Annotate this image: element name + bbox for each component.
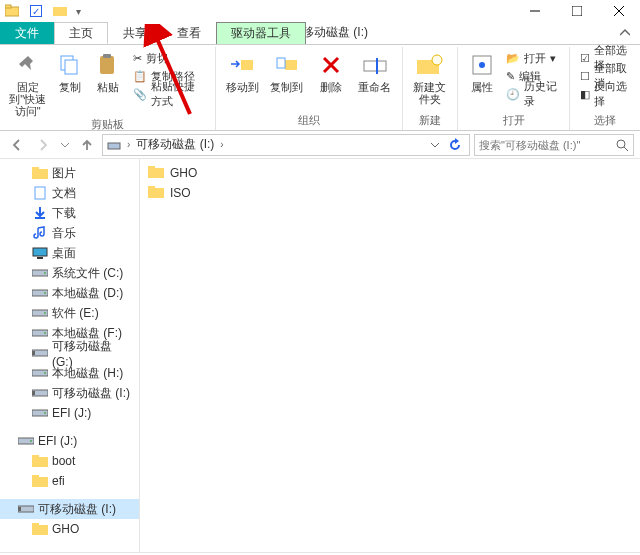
select-none-icon: ☐ (580, 70, 590, 83)
titlebar: ✓ ▾ (0, 0, 640, 22)
nav-forward-button[interactable] (32, 134, 54, 156)
download-icon (32, 206, 48, 220)
open-button[interactable]: 📂打开▾ (502, 49, 563, 67)
properties-button[interactable]: 属性 (464, 47, 501, 93)
tree-item-label: 可移动磁盘 (I:) (52, 385, 130, 402)
tree-item[interactable]: 桌面 (0, 243, 139, 263)
svg-rect-2 (53, 7, 67, 16)
tree-item[interactable]: EFI (J:) (0, 431, 139, 451)
svg-rect-22 (108, 143, 120, 149)
copyto-icon (273, 51, 301, 79)
address-bar[interactable]: › 可移动磁盘 (I:) › (102, 134, 470, 156)
tree-item[interactable]: 系统文件 (C:) (0, 263, 139, 283)
close-button[interactable] (598, 0, 640, 22)
shortcut-icon: 📎 (133, 88, 147, 101)
nav-tree[interactable]: 图片文档下载音乐桌面系统文件 (C:)本地磁盘 (D:)软件 (E:)本地磁盘 … (0, 159, 140, 552)
svg-rect-25 (32, 169, 48, 179)
chevron-right-icon[interactable]: › (220, 139, 223, 150)
pin-icon (14, 51, 42, 79)
music-icon (32, 226, 48, 240)
tree-item[interactable]: 下载 (0, 203, 139, 223)
svg-rect-50 (32, 455, 39, 458)
nav-up-button[interactable] (76, 134, 98, 156)
nav-recent-button[interactable] (58, 134, 72, 156)
tree-item[interactable]: 软件 (E:) (0, 303, 139, 323)
usb-icon (32, 346, 48, 360)
svg-rect-40 (32, 351, 35, 355)
chevron-right-icon[interactable]: › (127, 139, 130, 150)
delete-button[interactable]: 删除 (310, 47, 352, 93)
svg-rect-49 (32, 457, 48, 467)
copy-button[interactable]: 复制 (52, 47, 89, 93)
invert-selection-button[interactable]: ◧反向选择 (576, 85, 634, 103)
search-box[interactable] (474, 134, 634, 156)
move-to-button[interactable]: 移动到 (222, 47, 264, 93)
tab-home[interactable]: 主页 (54, 22, 108, 44)
ribbon-collapse-icon[interactable] (610, 22, 640, 44)
tree-item[interactable]: 可移动磁盘 (I:) (0, 383, 139, 403)
tree-item-label: 本地磁盘 (D:) (52, 285, 123, 302)
qat-checkbox-icon[interactable]: ✓ (28, 3, 44, 19)
svg-rect-56 (32, 523, 39, 526)
tab-file[interactable]: 文件 (0, 22, 54, 44)
history-button[interactable]: 🕘历史记录 (502, 85, 563, 103)
tree-item-label: 下载 (52, 205, 76, 222)
tree-item[interactable]: 图片 (0, 163, 139, 183)
refresh-button[interactable] (445, 134, 465, 156)
paste-button[interactable]: 粘贴 (90, 47, 127, 93)
select-all-icon: ☑ (580, 52, 590, 65)
new-folder-button[interactable]: 新建文件夹 (409, 47, 451, 105)
tab-share[interactable]: 共享 (108, 22, 162, 44)
tree-item[interactable]: EFI (J:) (0, 403, 139, 423)
tree-item[interactable]: 本地磁盘 (H:) (0, 363, 139, 383)
drive-icon (32, 306, 48, 320)
svg-rect-8 (65, 60, 77, 74)
file-item[interactable]: GHO (148, 163, 632, 183)
search-input[interactable] (479, 139, 599, 151)
qat-folder-icon[interactable] (52, 3, 68, 19)
file-item[interactable]: ISO (148, 183, 632, 203)
tree-item[interactable]: boot (0, 451, 139, 471)
drive-icon (32, 406, 48, 420)
path-icon: 📋 (133, 70, 147, 83)
svg-rect-44 (32, 391, 35, 395)
tab-view[interactable]: 查看 (162, 22, 216, 44)
copy-to-button[interactable]: 复制到 (266, 47, 308, 93)
svg-rect-54 (18, 507, 21, 511)
drive-icon (32, 326, 48, 340)
search-icon[interactable] (615, 138, 629, 152)
folder-icon (148, 186, 164, 200)
tree-item[interactable]: 本地磁盘 (D:) (0, 283, 139, 303)
open-icon: 📂 (506, 52, 520, 65)
svg-rect-55 (32, 525, 48, 535)
svg-rect-52 (32, 475, 39, 478)
usb-icon (18, 502, 34, 516)
folder-blue-icon (32, 166, 48, 180)
rename-button[interactable]: 重命名 (354, 47, 396, 93)
nav-back-button[interactable] (6, 134, 28, 156)
tab-drive-tools[interactable]: 驱动器工具 (216, 22, 306, 44)
address-segment[interactable]: 可移动磁盘 (I:) (136, 136, 214, 153)
tree-item[interactable]: 文档 (0, 183, 139, 203)
tree-item-label: boot (52, 454, 75, 468)
rename-icon (361, 51, 389, 79)
minimize-button[interactable] (514, 0, 556, 22)
svg-rect-29 (33, 248, 47, 256)
paste-shortcut-button[interactable]: 📎粘贴快捷方式 (129, 85, 209, 103)
tree-item-current[interactable]: 可移动磁盘 (I:) (0, 499, 139, 519)
tree-item[interactable]: 音乐 (0, 223, 139, 243)
svg-rect-60 (148, 186, 155, 189)
tree-item-label: 系统文件 (C:) (52, 265, 123, 282)
address-dropdown-icon[interactable] (427, 134, 443, 156)
cut-button[interactable]: ✂剪切 (129, 49, 209, 67)
tree-item[interactable]: GHO (0, 519, 139, 539)
qat-dropdown-icon[interactable]: ▾ (76, 6, 81, 17)
tree-item[interactable]: efi (0, 471, 139, 491)
ribbon: 固定到"快速访问" 复制 粘贴 ✂剪切 📋复制路径 📎粘贴快捷方式 剪贴板 移动… (0, 45, 640, 131)
file-list[interactable]: GHOISO (140, 159, 640, 552)
address-row: › 可移动磁盘 (I:) › (0, 131, 640, 159)
properties-icon (468, 51, 496, 79)
maximize-button[interactable] (556, 0, 598, 22)
tree-item[interactable]: 可移动磁盘 (G:) (0, 343, 139, 363)
pin-button[interactable]: 固定到"快速访问" (6, 47, 50, 117)
